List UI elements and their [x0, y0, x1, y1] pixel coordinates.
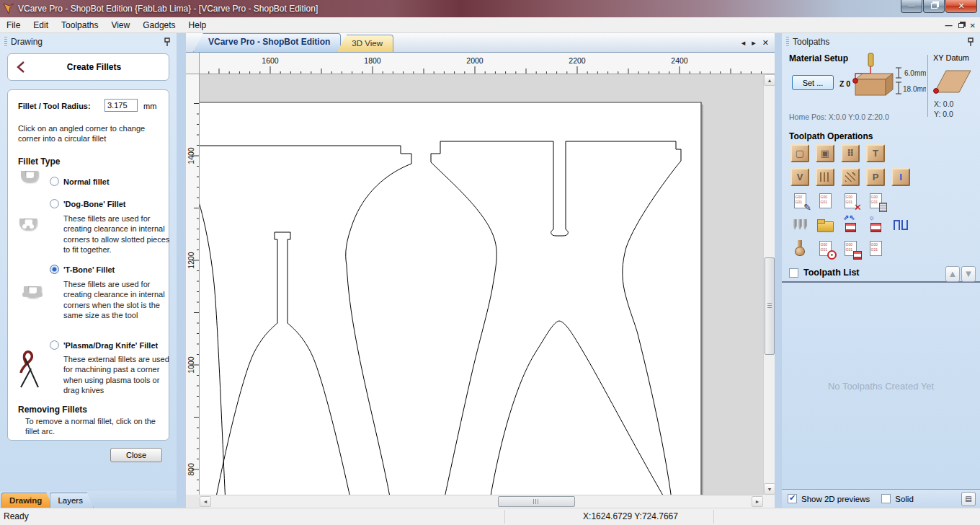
move-toolpath-up-button[interactable]: ▲ [945, 266, 960, 282]
status-message: Ready [4, 511, 29, 521]
preview-toolpaths[interactable] [790, 239, 809, 257]
home-position: Home Pos: X:0.0 Y:0.0 Z:20.0 [789, 112, 889, 121]
svg-text:2000: 2000 [466, 56, 484, 65]
left-splitter[interactable] [177, 33, 186, 508]
svg-text:1800: 1800 [364, 56, 381, 65]
drilling-toolpath[interactable]: ⠿ [841, 144, 860, 162]
minimize-button[interactable]: — [901, 0, 922, 13]
normal-fillet-radio[interactable] [50, 177, 59, 186]
show-2d-previews-checkbox[interactable] [788, 494, 797, 503]
pocket-toolpath[interactable]: ▣ [816, 144, 834, 162]
tab-drawing[interactable]: Drawing [1, 493, 53, 508]
title-bar: VCarve Pro - ShopBot Edition {FabLab Lim… [0, 0, 980, 17]
dogbone-fillet-desc: These fillets are used for creating clea… [63, 213, 172, 255]
menu-item-edit[interactable]: Edit [27, 17, 55, 33]
save-visible-toolpaths[interactable]: ☼ [866, 216, 885, 234]
fillet-radius-input[interactable] [104, 99, 138, 112]
mdi-restore-button[interactable] [958, 23, 964, 28]
material-sheet[interactable] [200, 102, 701, 495]
plasma-fillet-radio[interactable] [50, 340, 59, 350]
fillet-type-label: Fillet Type [18, 156, 60, 167]
panel-grip-icon[interactable] [4, 37, 7, 47]
xy-datum-title: XY Datum [933, 53, 969, 62]
menu-item-toolpaths[interactable]: Toolpaths [55, 17, 104, 33]
prism-carve-toolpath[interactable]: P [866, 168, 885, 186]
pin-icon[interactable] [967, 38, 974, 47]
quick-engrave-toolpath[interactable]: T [866, 144, 885, 162]
menu-item-view[interactable]: View [104, 17, 136, 33]
back-chevron-icon[interactable] [15, 61, 27, 74]
toolpath-list-empty: No Toolpaths Created Yet [782, 283, 980, 489]
close-fillets-button[interactable]: Close [110, 448, 162, 462]
tab-close-icon[interactable]: ✕ [762, 38, 769, 48]
menu-item-gadgets[interactable]: Gadgets [136, 17, 182, 33]
material-set-button[interactable]: Set ... [792, 75, 834, 90]
create-fillets-header[interactable]: Create Fillets [7, 53, 169, 81]
vertical-scrollbar[interactable]: ▲ ▼ [763, 74, 775, 495]
profile-toolpath[interactable]: ▢ [790, 144, 809, 162]
scroll-up-icon[interactable]: ▲ [764, 74, 775, 86]
delete-toolpath[interactable]: G00 G01✕ [841, 192, 860, 210]
tbone-fillet-label: 'T-Bone' Fillet [63, 265, 115, 274]
fluting-toolpath[interactable] [816, 168, 834, 186]
tab-3d-view[interactable]: 3D View [337, 35, 393, 52]
horizontal-scroll-thumb[interactable] [498, 496, 575, 507]
tbone-fillet-radio[interactable] [50, 265, 59, 274]
radius-units: mm [143, 102, 156, 110]
save-toolpath-template[interactable]: G00 G01 [841, 239, 860, 257]
panel-grip-icon[interactable] [786, 37, 789, 47]
toolpaths-footer: Show 2D previews Solid ▤ [782, 489, 980, 508]
menu-item-help[interactable]: Help [182, 17, 213, 33]
tool-database[interactable] [790, 216, 809, 234]
scroll-left-icon[interactable]: ◄ [200, 496, 211, 507]
svg-text:1000: 1000 [187, 356, 195, 374]
duplicate-toolpath[interactable]: G00 G01 [816, 192, 834, 210]
drawing-viewport[interactable] [200, 74, 763, 495]
merge-toolpaths[interactable] [891, 216, 910, 234]
mdi-minimize-button[interactable]: — [945, 22, 953, 30]
pin-icon[interactable] [164, 38, 171, 47]
document-tabstrip: VCarve Pro - ShopBot Edition 3D View ◂ ▸… [186, 33, 775, 53]
material-setup-title: Material Setup [789, 53, 848, 63]
cursor-coordinates: X:1624.6729 Y:724.7667 [548, 511, 713, 521]
tab-layers[interactable]: Layers [50, 493, 94, 508]
vcarve-toolpath[interactable]: V [790, 168, 809, 186]
save-toolpaths[interactable]: ⇗⇖ [841, 216, 860, 234]
edit-toolpath[interactable]: G00 G01✎ [790, 192, 809, 210]
toolpath-operations-title: Toolpath Operations [789, 131, 980, 141]
normal-fillet-icon [21, 171, 38, 182]
restore-button[interactable] [923, 0, 945, 13]
texture-toolpath[interactable] [841, 168, 860, 186]
scroll-right-icon[interactable]: ► [752, 496, 763, 507]
move-toolpath-down-button[interactable]: ▼ [961, 266, 976, 282]
recalculate-toolpaths[interactable]: G00 G01 [866, 192, 885, 210]
close-button[interactable]: ✕ [945, 0, 977, 13]
drawing-panel-title: Drawing [11, 37, 43, 47]
horizontal-scrollbar[interactable]: ◄ ► [200, 495, 763, 508]
normal-fillet-label: Normal fillet [63, 177, 110, 186]
scroll-down-icon[interactable]: ▼ [764, 483, 775, 495]
radius-label: Fillet / Tool Radius: [18, 102, 91, 110]
tab-scroll-left-icon[interactable]: ◂ [741, 38, 746, 48]
dogbone-fillet-icon [19, 219, 37, 230]
toolpath-list-checkbox[interactable] [789, 268, 798, 278]
fillet-instruction: Click on an angled corner to change corn… [18, 123, 165, 144]
inlay-toolpath[interactable]: I [891, 168, 910, 186]
xy-datum-diagram [930, 65, 974, 97]
tab-scroll-right-icon[interactable]: ▸ [752, 38, 756, 48]
scroll-corner-right [763, 495, 775, 508]
preview-panel-button[interactable]: ▤ [961, 492, 976, 506]
mdi-close-button[interactable]: ✕ [970, 22, 976, 30]
tab-2d-view[interactable]: VCarve Pro - ShopBot Edition [193, 33, 341, 52]
dock-toolpath-panel[interactable]: G00 G01 [866, 239, 885, 257]
vertical-scroll-thumb[interactable] [765, 257, 775, 355]
dogbone-fillet-radio[interactable] [50, 199, 59, 208]
estimate-machining-time[interactable]: G00 G01 [816, 239, 834, 257]
right-splitter[interactable] [775, 33, 782, 508]
dogbone-fillet-label: 'Dog-Bone' Fillet [63, 200, 126, 208]
solid-checkbox[interactable] [881, 494, 891, 503]
drawing-panel: Drawing Create Fillets Fillet / Tool Rad… [0, 33, 177, 508]
plasma-knife-icon [14, 348, 45, 390]
menu-item-file[interactable]: File [0, 17, 27, 33]
load-toolpaths[interactable] [816, 216, 834, 234]
